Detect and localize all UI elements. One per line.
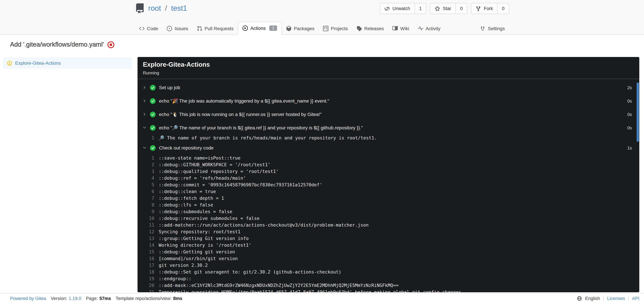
log-line-number: 5	[138, 181, 159, 188]
gitea-actions-page: root / test1 Unwatch1Star0Fork0 CodeIssu…	[0, 0, 644, 303]
tab-code[interactable]: Code	[135, 22, 162, 35]
unwatch-count[interactable]: 1	[414, 3, 426, 14]
tab-issues[interactable]: Issues	[162, 22, 192, 35]
log-line: 17git version 2.30.2	[138, 262, 639, 269]
tab-actions-label: Actions	[250, 25, 266, 31]
log-line: 6::debug::clean = true	[138, 188, 639, 195]
tab-settings[interactable]: Settings	[476, 22, 509, 35]
log-line-text: Temporarily overriding HOME='/tmp/8eab15…	[159, 289, 461, 292]
chevron-down-icon	[142, 126, 146, 130]
log-line-text: ::debug::GITHUB_WORKSPACE = '/root/test1…	[159, 161, 270, 168]
panel-scrollbar-thumb[interactable]	[636, 82, 639, 142]
log-line: 3::debug::qualified repository = 'root/t…	[138, 168, 639, 175]
step-name: echo "🎉 The job was automatically trigge…	[159, 98, 329, 104]
version-link[interactable]: 1.19.0	[69, 296, 81, 301]
log-line-number: 16	[138, 255, 159, 262]
step-row-3[interactable]: echo "🐧 This job is now running on a ${{…	[138, 108, 639, 121]
eye-slash-icon	[384, 6, 390, 11]
footer-right: English Licenses API	[577, 296, 639, 301]
log-line-number: 1	[138, 155, 159, 161]
step-duration: 1s	[628, 145, 632, 150]
star-button-main[interactable]: Star	[430, 3, 456, 14]
log-line-number: 14	[138, 242, 159, 248]
star-label: Star	[443, 6, 451, 11]
log-line-number: 3	[138, 168, 159, 175]
tab-wiki[interactable]: Wiki	[388, 22, 414, 35]
step-name: echo "🔎 The name of your branch is ${{ g…	[159, 125, 363, 130]
tab-packages-label: Packages	[294, 26, 314, 31]
repo-name-link[interactable]: test1	[171, 4, 187, 13]
log-line-text: git version 2.30.2	[159, 262, 208, 269]
tab-actions[interactable]: Actions1	[238, 22, 282, 35]
tab-pull-requests[interactable]: Pull Requests	[192, 22, 238, 35]
repo-header: root / test1 Unwatch1Star0Fork0 CodeIssu…	[0, 0, 644, 35]
step-duration: 0s	[628, 98, 632, 103]
fork-count[interactable]: 0	[497, 3, 509, 14]
log-line-number: 8	[138, 201, 159, 208]
globe-icon	[577, 296, 582, 301]
log-line: 11::add-matcher::/run/act/actions/action…	[138, 222, 639, 228]
tag-icon	[356, 26, 362, 31]
chevron-right-icon	[142, 112, 146, 116]
log-line-number: 15	[138, 248, 159, 255]
tab-activity[interactable]: Activity	[414, 22, 445, 35]
job-running-icon	[7, 60, 12, 65]
check-circle-icon	[150, 111, 156, 117]
tab-settings-label: Settings	[488, 26, 505, 31]
unwatch-button[interactable]: Unwatch1	[380, 3, 426, 14]
step-row-2[interactable]: echo "🎉 The job was automatically trigge…	[138, 94, 639, 108]
api-link[interactable]: API	[632, 296, 639, 301]
step-row-1[interactable]: Set up job2s	[138, 81, 639, 94]
log-line: 14Working directory is '/root/test1'	[138, 242, 639, 248]
issue-icon	[167, 26, 172, 31]
job-name-link[interactable]: Explore-Gitea-Actions	[15, 60, 61, 66]
step-row-5[interactable]: Check out repository code1s	[138, 141, 639, 155]
powered-by-link[interactable]: Powered by Gitea	[10, 296, 46, 301]
code-icon	[139, 26, 144, 31]
job-title: Explore-Gitea-Actions	[143, 61, 634, 68]
unwatch-button-main[interactable]: Unwatch	[380, 3, 414, 14]
fork-button[interactable]: Fork0	[471, 3, 509, 14]
stop-run-button[interactable]	[107, 41, 114, 48]
step-duration: 2s	[628, 85, 632, 90]
tab-projects[interactable]: Projects	[319, 22, 352, 35]
job-status-text: Running	[143, 70, 634, 75]
star-count[interactable]: 0	[456, 3, 467, 14]
log-line-number: 6	[138, 188, 159, 195]
log-line: 10::debug::recursive submodules = false	[138, 215, 639, 222]
tab-pull-requests-label: Pull Requests	[204, 26, 234, 31]
tab-wiki-label: Wiki	[400, 26, 409, 31]
log-line-text: ::debug::fetch depth = 1	[159, 195, 224, 201]
log-line-text: 🔎 The name of your branch is refs/heads/…	[159, 134, 377, 141]
check-circle-icon	[150, 125, 156, 131]
fork-button-main[interactable]: Fork	[472, 3, 497, 14]
star-icon	[435, 6, 440, 11]
step-duration: 0s	[628, 125, 632, 130]
log-line-number: 2	[138, 161, 159, 168]
job-log-header: Explore-Gitea-Actions Running	[138, 57, 639, 79]
run-title-row: Add '.gitea/workflows/demo.yaml'	[10, 41, 114, 48]
log-line: 9::debug::submodules = false	[138, 208, 639, 215]
page-footer: Powered by Gitea Version:1.19.0 Page:57m…	[0, 293, 644, 303]
tab-releases[interactable]: Releases	[352, 22, 388, 35]
log-line-text: ::group::Getting Git version info	[159, 235, 248, 242]
sidebar-job-item[interactable]: Explore-Gitea-Actions	[3, 57, 132, 69]
log-line-text: ::save-state name=isPost::true	[159, 155, 240, 161]
log-line-number: 17	[138, 262, 159, 269]
log-line-text: ::debug::clean = true	[159, 188, 216, 195]
log-line-number: 12	[138, 228, 159, 235]
tab-packages[interactable]: Packages	[282, 22, 319, 35]
step-logs: 1🔎 The name of your branch is refs/heads…	[138, 134, 639, 141]
step-row-4[interactable]: echo "🔎 The name of your branch is ${{ g…	[138, 121, 639, 134]
log-line: 15::debug::Getting git version	[138, 248, 639, 255]
log-line-number: 7	[138, 195, 159, 201]
licenses-link[interactable]: Licenses	[607, 296, 625, 301]
star-button[interactable]: Star0	[430, 3, 468, 14]
tab-code-label: Code	[147, 26, 158, 31]
repo-owner-link[interactable]: root	[148, 4, 161, 13]
log-line-number: 13	[138, 235, 159, 242]
log-line-text: ::add-matcher::/run/act/actions/actions-…	[159, 222, 368, 228]
log-line-text: Syncing repository: root/test1	[159, 228, 240, 235]
language-selector[interactable]: English	[585, 296, 600, 301]
check-circle-icon	[150, 85, 156, 90]
